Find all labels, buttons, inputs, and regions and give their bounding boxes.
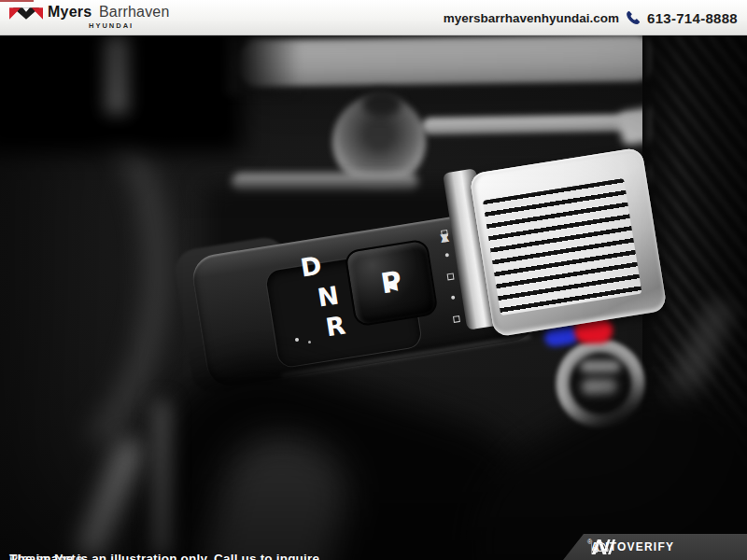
phone-icon[interactable]	[626, 10, 641, 25]
site-header: Myers Barrhaven HYUNDAI myersbarrhavenhy…	[0, 0, 747, 35]
dealer-brand: HYUNDAI	[89, 22, 170, 30]
indicator-dot-icon	[451, 296, 456, 301]
website-link[interactable]: myersbarrhavenhyundai.com	[444, 11, 619, 25]
indicator-square-icon	[453, 315, 460, 323]
blur-shape	[153, 399, 170, 558]
blur-shape	[105, 35, 129, 114]
gear-letter-n: N	[316, 282, 341, 310]
car-icon	[591, 540, 610, 554]
indicator-dot-icon	[445, 253, 450, 258]
blur-shape	[295, 338, 299, 342]
vehicle-photo: D N R P ◀ ▲ ▼ Please Note:	[0, 35, 747, 560]
indicator-square-icon	[446, 273, 454, 280]
gear-letter-r: R	[324, 313, 347, 341]
phone-number[interactable]: 613-714-8888	[647, 10, 738, 26]
cap-ribs	[483, 178, 642, 315]
blur-shape	[580, 360, 621, 372]
park-button: P ◀	[344, 238, 439, 327]
indicator-down-icon: ▼	[437, 229, 453, 245]
dealer-vehicle-image-page: Myers Barrhaven HYUNDAI myersbarrhavenhy…	[0, 0, 747, 560]
gear-letter-d: D	[299, 252, 323, 280]
header-contact: myersbarrhavenhyundai.com 613-714-8888	[444, 0, 738, 35]
chrome-end-cap	[469, 147, 667, 337]
dealer-location: Barrhaven	[99, 4, 170, 20]
myers-logo-icon	[9, 7, 43, 21]
top-accent-line	[0, 0, 34, 2]
blur-shape	[362, 90, 402, 118]
note-text: The image is an illustration only. Call …	[9, 552, 323, 560]
park-arrow-icon: ◀	[385, 277, 398, 293]
blur-shape	[582, 379, 617, 395]
dealer-name: Myers	[48, 4, 92, 20]
dealer-logo-text: Myers Barrhaven HYUNDAI	[48, 5, 170, 30]
blur-shape	[308, 341, 311, 343]
dealer-logo[interactable]: Myers Barrhaven HYUNDAI	[9, 5, 170, 30]
blur-shape	[226, 35, 301, 95]
